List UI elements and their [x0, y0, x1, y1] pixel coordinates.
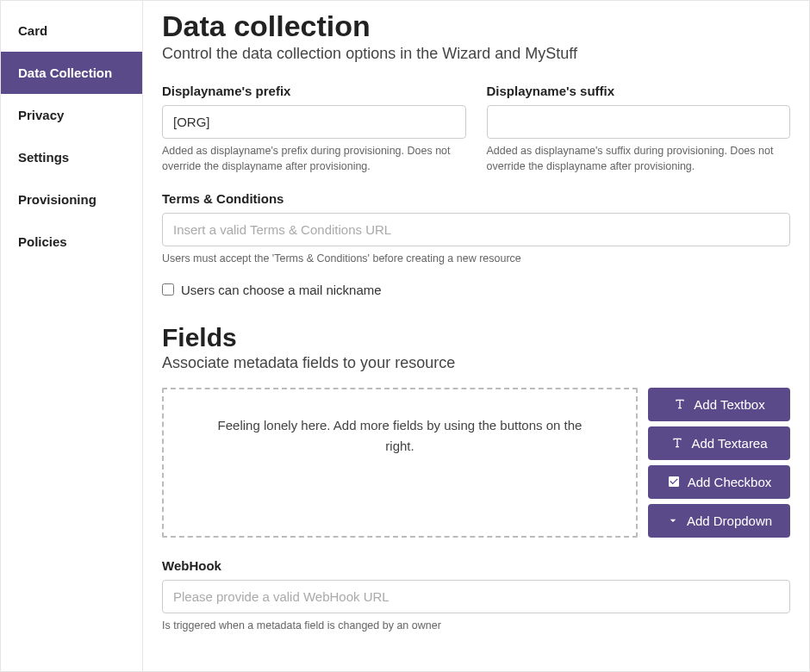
- main-content: Data collection Control the data collect…: [143, 1, 809, 671]
- textbox-icon: [673, 397, 687, 411]
- add-textarea-label: Add Textarea: [691, 436, 767, 451]
- sidebar-item-privacy[interactable]: Privacy: [1, 94, 142, 136]
- terms-input[interactable]: [162, 213, 790, 246]
- add-checkbox-label: Add Checkbox: [688, 475, 772, 489]
- sidebar: Card Data Collection Privacy Settings Pr…: [1, 1, 143, 671]
- fields-empty-text: Feeling lonely here. Add more fields by …: [215, 415, 584, 457]
- prefix-help: Added as displayname's prefix during pro…: [162, 144, 466, 174]
- suffix-input[interactable]: [487, 105, 791, 139]
- page-title: Data collection: [162, 9, 790, 43]
- add-checkbox-button[interactable]: Add Checkbox: [648, 465, 790, 499]
- sidebar-item-settings[interactable]: Settings: [1, 136, 142, 178]
- fields-subtitle: Associate metadata fields to your resour…: [162, 354, 790, 372]
- terms-label: Terms & Conditions: [162, 191, 790, 206]
- nickname-checkbox[interactable]: [162, 283, 174, 296]
- page-subtitle: Control the data collection options in t…: [162, 45, 790, 63]
- prefix-label: Displayname's prefix: [162, 84, 466, 98]
- add-textbox-button[interactable]: Add Textbox: [648, 388, 790, 421]
- sidebar-item-provisioning[interactable]: Provisioning: [1, 178, 142, 221]
- sidebar-item-data-collection[interactable]: Data Collection: [1, 52, 142, 94]
- fields-dropzone[interactable]: Feeling lonely here. Add more fields by …: [162, 388, 638, 538]
- checkbox-icon: [667, 475, 681, 488]
- webhook-input[interactable]: [162, 580, 790, 613]
- add-dropdown-label: Add Dropdown: [687, 513, 772, 528]
- add-textbox-label: Add Textbox: [694, 397, 764, 412]
- fields-title: Fields: [162, 323, 790, 352]
- suffix-help: Added as displayname's suffix during pro…: [487, 144, 791, 174]
- add-textarea-button[interactable]: Add Textarea: [648, 426, 790, 460]
- sidebar-item-policies[interactable]: Policies: [1, 221, 142, 263]
- nickname-label[interactable]: Users can choose a mail nickname: [181, 283, 382, 297]
- sidebar-item-card[interactable]: Card: [1, 9, 142, 52]
- add-dropdown-button[interactable]: Add Dropdown: [648, 504, 790, 538]
- webhook-help: Is triggered when a metadata field is ch…: [162, 619, 790, 634]
- webhook-label: WebHook: [162, 558, 790, 573]
- fields-buttons: Add Textbox Add Textarea Add Checkbox Ad…: [648, 388, 790, 538]
- textarea-icon: [670, 436, 684, 450]
- dropdown-icon: [666, 513, 680, 527]
- terms-help: Users must accept the 'Terms & Condition…: [162, 252, 790, 267]
- prefix-input[interactable]: [162, 105, 466, 139]
- suffix-label: Displayname's suffix: [487, 84, 791, 98]
